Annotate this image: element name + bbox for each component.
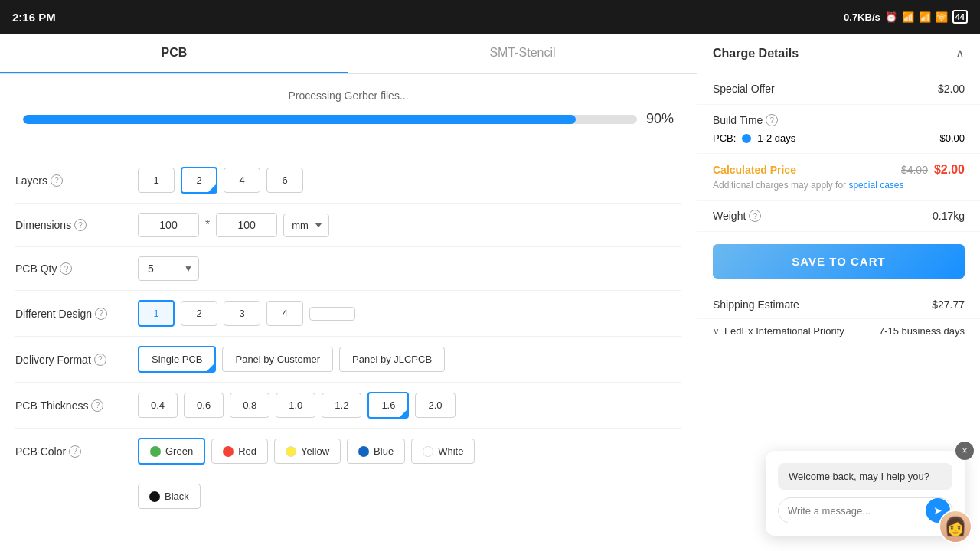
pcb-thickness-row: PCB Thickness ? 0.4 0.6 0.8 1.0 1.2 1.6 …	[15, 383, 681, 429]
chat-input-row: ➤	[778, 497, 952, 523]
pcb-thickness-help-icon[interactable]: ?	[91, 399, 103, 412]
yellow-color-label: Yellow	[301, 445, 329, 457]
delivery-format-help-icon[interactable]: ?	[94, 354, 106, 366]
white-color-swatch	[423, 446, 433, 457]
thickness-1-2[interactable]: 1.2	[322, 393, 361, 418]
thickness-0-8[interactable]: 0.8	[230, 393, 270, 418]
delivery-single-pcb[interactable]: Single PCB	[138, 346, 216, 373]
build-time-value: $0.00	[939, 132, 965, 144]
black-color-label: Black	[165, 491, 189, 502]
color-blue[interactable]: Blue	[347, 439, 405, 464]
build-time-row: Build Time ? PCB: 1-2 days $0.00	[697, 105, 980, 154]
layers-controls: 1 2 4 6	[138, 167, 303, 194]
pcb-color-help-icon[interactable]: ?	[69, 445, 81, 458]
build-time-label: Build Time	[713, 114, 763, 126]
shipping-estimate-value: $27.77	[932, 298, 965, 311]
form-section: Layers ? 1 2 4 6 Dimensions ? *	[0, 158, 697, 518]
color-red[interactable]: Red	[211, 439, 268, 464]
layers-option-6[interactable]: 6	[266, 168, 303, 193]
weight-help-icon[interactable]: ?	[749, 210, 761, 222]
design-option-3[interactable]: 3	[224, 301, 260, 326]
design-option-4[interactable]: 4	[266, 301, 303, 326]
tab-pcb[interactable]: PCB	[0, 34, 348, 73]
color-green[interactable]: Green	[138, 438, 205, 465]
different-design-help-icon[interactable]: ?	[95, 308, 107, 320]
build-time-option: PCB: 1-2 days $0.00	[713, 132, 965, 144]
delivery-panel-customer[interactable]: Panel by Customer	[222, 347, 333, 372]
pcb-qty-row: PCB Qty ? 5 10 20 50 ▼	[15, 247, 681, 291]
color-black[interactable]: Black	[138, 484, 201, 509]
delivery-format-label: Delivery Format	[15, 354, 91, 366]
chat-welcome-message: Welcome back, may I help you?	[778, 463, 952, 490]
avatar-face: 👩	[940, 511, 971, 542]
yellow-color-swatch	[286, 446, 296, 457]
color-white[interactable]: White	[411, 439, 475, 464]
delivery-format-controls: Single PCB Panel by Customer Panel by JL…	[138, 346, 445, 373]
dimensions-controls: * mm inch	[138, 213, 329, 237]
weight-row: Weight ? 0.17kg	[697, 201, 980, 232]
shipping-expand-icon: ∨	[713, 326, 720, 337]
layers-label: Layers	[15, 174, 47, 187]
color-yellow[interactable]: Yellow	[274, 439, 341, 464]
pcb-color-controls: Green Red Yellow Blue	[138, 438, 475, 465]
collapse-icon[interactable]: ∧	[956, 46, 965, 60]
build-time-help-icon[interactable]: ?	[766, 114, 778, 126]
design-option-empty[interactable]	[309, 307, 355, 321]
pcb-color-label: PCB Color	[15, 445, 66, 458]
weight-label: Weight	[713, 210, 746, 222]
dimensions-help-icon[interactable]: ?	[74, 219, 87, 231]
tab-smt-stencil[interactable]: SMT-Stencil	[348, 34, 697, 73]
green-color-label: Green	[165, 445, 193, 457]
different-design-row: Different Design ? 1 2 3 4	[15, 291, 681, 337]
thickness-1-6[interactable]: 1.6	[368, 392, 409, 419]
thickness-1-0[interactable]: 1.0	[276, 393, 315, 418]
left-panel: PCB SMT-Stencil Processing Gerber files.…	[0, 34, 697, 551]
alarm-icon: ⏰	[885, 11, 897, 23]
thickness-0-6[interactable]: 0.6	[184, 393, 224, 418]
green-color-swatch	[150, 446, 161, 457]
network-speed: 0.7KB/s	[844, 11, 880, 23]
pcb-thickness-controls: 0.4 0.6 0.8 1.0 1.2 1.6 2.0	[138, 392, 456, 419]
thickness-0-4[interactable]: 0.4	[138, 393, 178, 418]
time: 2:16 PM	[12, 11, 56, 24]
delivery-panel-jlcpcb[interactable]: Panel by JLCPCB	[339, 347, 445, 372]
build-time-days: 1-2 days	[757, 132, 795, 144]
layers-option-1[interactable]: 1	[138, 168, 175, 193]
pcb-qty-help-icon[interactable]: ?	[60, 262, 72, 275]
qty-select[interactable]: 5 10 20 50	[138, 256, 199, 281]
progress-text: 90%	[646, 111, 674, 127]
battery-icon: 44	[952, 10, 968, 24]
unit-select[interactable]: mm inch	[283, 214, 329, 237]
blue-color-swatch	[358, 446, 369, 457]
calculated-price-label: Calculated Price	[713, 164, 796, 176]
different-design-controls: 1 2 3 4	[138, 300, 355, 327]
progress-bar-fill	[23, 115, 576, 124]
design-option-1[interactable]: 1	[138, 300, 175, 327]
charge-header: Charge Details ∧	[697, 34, 980, 73]
build-time-dot	[742, 134, 751, 143]
calc-prices: $4.00 $2.00	[901, 163, 965, 177]
chat-close-button[interactable]: ×	[956, 442, 974, 460]
charge-title: Charge Details	[713, 47, 799, 60]
dimensions-width-input[interactable]	[138, 213, 199, 237]
processing-section: Processing Gerber files... 90%	[0, 74, 697, 158]
signal-icon: 📶	[902, 11, 914, 23]
shipping-option-row[interactable]: ∨ FedEx International Priority 7-15 busi…	[697, 319, 980, 343]
special-offer-label: Special Offer	[713, 83, 775, 95]
wifi-icon: 🛜	[936, 11, 948, 23]
red-color-label: Red	[238, 445, 256, 457]
dimensions-height-input[interactable]	[216, 213, 277, 237]
layers-help-icon[interactable]: ?	[51, 174, 63, 187]
progress-bar-container: 90%	[23, 111, 674, 127]
black-color-swatch	[149, 491, 160, 502]
calculated-price-row: Calculated Price $4.00 $2.00 Additional …	[697, 154, 980, 201]
design-option-2[interactable]: 2	[181, 301, 217, 326]
layers-option-2[interactable]: 2	[181, 167, 217, 194]
layers-option-4[interactable]: 4	[224, 168, 260, 193]
thickness-2-0[interactable]: 2.0	[415, 393, 455, 418]
chat-message-input[interactable]	[779, 499, 926, 523]
signal-icon-2: 📶	[919, 11, 931, 23]
special-cases-link[interactable]: special cases	[848, 180, 903, 191]
multiply-sign: *	[205, 218, 210, 232]
save-to-cart-button[interactable]: SAVE TO CART	[713, 244, 965, 279]
